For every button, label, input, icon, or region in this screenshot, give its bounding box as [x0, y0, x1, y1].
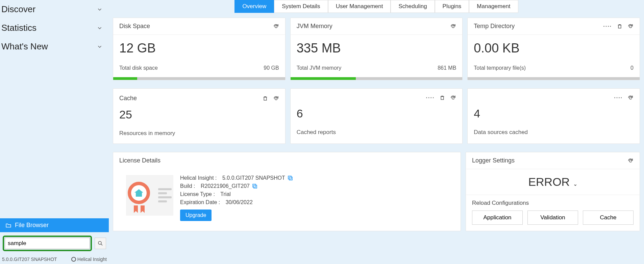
card-title: Cache	[119, 95, 137, 102]
license-title: License Details	[119, 157, 160, 164]
refresh-icon[interactable]	[450, 95, 456, 101]
sidebar-item-statistics[interactable]: Statistics	[0, 19, 109, 37]
tab-overview[interactable]: Overview	[234, 0, 274, 13]
sidebar-item-whatsnew[interactable]: What's New	[0, 37, 109, 56]
jvm-progress	[291, 77, 463, 80]
upgrade-button[interactable]: Upgrade	[180, 210, 212, 221]
svg-rect-4	[254, 185, 257, 188]
reload-cache-button[interactable]: Cache	[583, 211, 634, 225]
card-logger: Logger Settings ERROR ⌄ Reload Configura…	[466, 152, 640, 231]
sidebar-item-label: What's New	[1, 41, 48, 52]
tab-bar: Overview System Details User Management …	[113, 0, 640, 13]
search-icon	[97, 240, 103, 246]
refresh-icon[interactable]	[273, 95, 279, 102]
tab-system-details[interactable]: System Details	[274, 0, 328, 13]
more-icon[interactable]: ····	[426, 95, 435, 101]
temp-progress	[468, 77, 640, 80]
brand-icon	[71, 257, 76, 262]
reload-application-button[interactable]: Application	[472, 211, 523, 225]
refresh-icon[interactable]	[627, 158, 634, 164]
reload-validation-button[interactable]: Validation	[527, 211, 578, 225]
sidebar-item-label: Discover	[1, 4, 35, 15]
card-license: License Details Helical Insigh	[113, 152, 461, 231]
copy-icon[interactable]	[287, 175, 293, 181]
card-title: Temp Directory	[474, 23, 515, 30]
file-search-input[interactable]	[5, 238, 90, 249]
file-search-button[interactable]	[95, 238, 106, 249]
refresh-icon[interactable]	[627, 95, 634, 101]
brand-link[interactable]: Helical Insight	[71, 257, 107, 262]
card-temp-dir: Temp Directory ···· 0.00 KB Total tempor…	[467, 18, 640, 80]
ds-value: 4	[474, 107, 634, 120]
trash-icon[interactable]	[262, 95, 268, 102]
svg-rect-2	[289, 177, 292, 180]
card-jvm-memory: JVM Memory 335 MB Total JVM memory861 MB	[290, 18, 463, 80]
tab-plugins[interactable]: Plugins	[435, 0, 469, 13]
file-browser-header[interactable]: File Browser	[0, 218, 109, 232]
card-data-sources: ···· 4 Data sources cached	[467, 88, 640, 144]
reload-label: Reload Configurations	[466, 200, 640, 211]
svg-point-0	[98, 241, 101, 244]
tab-management[interactable]: Management	[469, 0, 518, 13]
chevron-down-icon	[97, 44, 103, 50]
sidebar-item-label: Statistics	[1, 23, 36, 33]
sidebar-item-discover[interactable]: Discover	[0, 0, 109, 19]
svg-line-1	[101, 244, 102, 245]
svg-rect-3	[288, 176, 291, 179]
copy-icon[interactable]	[252, 183, 258, 189]
more-icon[interactable]: ····	[603, 23, 612, 29]
chevron-down-icon	[97, 25, 103, 31]
reports-value: 6	[297, 107, 456, 120]
card-cache: Cache 25 Resources in memory	[113, 88, 286, 144]
reports-sub: Cached reports	[297, 129, 456, 136]
svg-rect-5	[253, 184, 256, 187]
disk-value: 12 GB	[119, 41, 279, 56]
folder-icon	[5, 222, 11, 228]
refresh-icon[interactable]	[450, 23, 456, 29]
cache-value: 25	[119, 108, 279, 121]
trash-icon[interactable]	[617, 23, 623, 29]
tab-user-management[interactable]: User Management	[328, 0, 391, 13]
file-browser-label: File Browser	[15, 222, 49, 229]
card-title: JVM Memory	[297, 23, 332, 30]
card-cached-reports: ···· 6 Cached reports	[290, 88, 463, 144]
temp-value: 0.00 KB	[474, 41, 634, 56]
cache-sub: Resources in memory	[119, 130, 279, 137]
logger-level-dropdown[interactable]: ERROR ⌄	[466, 169, 640, 195]
ds-sub: Data sources cached	[474, 129, 634, 136]
logger-title: Logger Settings	[472, 157, 515, 164]
version-label: 5.0.0.GIT207 SNAPSHOT	[2, 257, 57, 262]
disk-progress	[113, 77, 285, 80]
card-disk-space: Disk Space 12 GB Total disk space90 GB	[113, 18, 286, 80]
jvm-value: 335 MB	[297, 41, 456, 56]
license-badge-image	[126, 175, 173, 216]
trash-icon[interactable]	[439, 95, 445, 101]
more-icon[interactable]: ····	[614, 95, 623, 101]
chevron-down-icon	[97, 6, 103, 13]
card-title: Disk Space	[119, 23, 150, 30]
tab-scheduling[interactable]: Scheduling	[391, 0, 435, 13]
refresh-icon[interactable]	[273, 23, 279, 29]
refresh-icon[interactable]	[627, 23, 634, 29]
